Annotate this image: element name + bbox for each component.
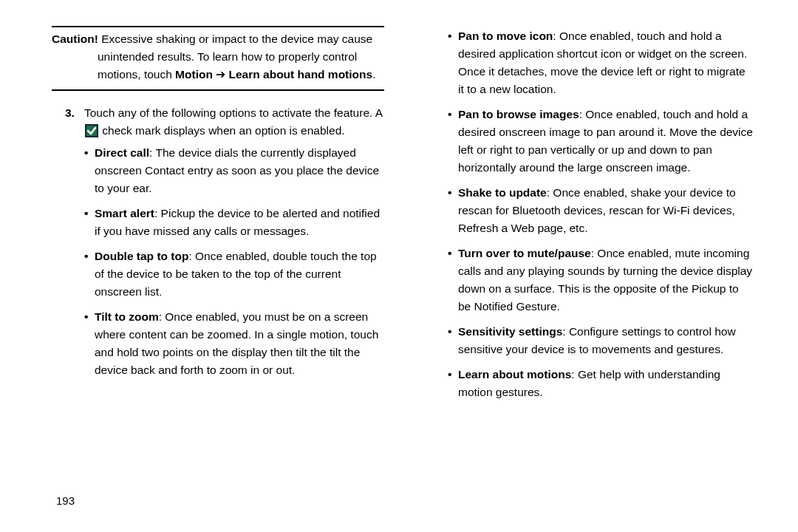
caution-bold-learn: Learn about hand motions bbox=[229, 68, 373, 81]
list-item: Pan to move icon: Once enabled, touch an… bbox=[448, 27, 754, 98]
list-item: Smart alert: Pickup the device to be ale… bbox=[84, 205, 384, 240]
list-item: Shake to update: Once enabled, shake you… bbox=[448, 184, 754, 237]
list-item: Tilt to zoom: Once enabled, you must be … bbox=[84, 308, 384, 379]
step-text: Touch any of the following options to ac… bbox=[84, 104, 384, 140]
list-item: Double tap to top: Once enabled, double … bbox=[84, 248, 384, 301]
two-column-layout: Caution! Excessive shaking or impact to … bbox=[52, 26, 754, 409]
list-item: Turn over to mute/pause: Once enabled, m… bbox=[448, 245, 754, 316]
feature-title: Smart alert bbox=[95, 207, 154, 219]
step-3: 3. Touch any of the following options to… bbox=[52, 104, 384, 140]
left-feature-list: Direct call: The device dials the curren… bbox=[52, 144, 384, 379]
page-number: 193 bbox=[56, 494, 75, 507]
manual-page: Caution! Excessive shaking or impact to … bbox=[0, 0, 798, 532]
step-number: 3. bbox=[65, 104, 84, 122]
feature-title: Pan to browse images bbox=[458, 108, 579, 120]
step-post: check mark displays when an option is en… bbox=[102, 124, 344, 137]
feature-title: Tilt to zoom bbox=[95, 310, 159, 323]
caution-box: Caution! Excessive shaking or impact to … bbox=[52, 26, 384, 91]
caution-period: . bbox=[372, 68, 375, 81]
caution-label: Caution! bbox=[52, 33, 98, 45]
feature-title: Double tap to top bbox=[95, 250, 188, 262]
feature-title: Pan to move icon bbox=[458, 30, 553, 42]
left-column: Caution! Excessive shaking or impact to … bbox=[52, 26, 384, 409]
feature-title: Direct call bbox=[95, 146, 149, 159]
step-pre: Touch any of the following options to ac… bbox=[84, 106, 382, 119]
list-item: Direct call: The device dials the curren… bbox=[84, 144, 384, 197]
feature-title: Shake to update bbox=[458, 186, 547, 199]
right-feature-list: Pan to move icon: Once enabled, touch an… bbox=[421, 27, 754, 401]
arrow-icon: ➔ bbox=[213, 68, 229, 81]
right-column: Pan to move icon: Once enabled, touch an… bbox=[421, 26, 754, 409]
list-item: Learn about motions: Get help with under… bbox=[448, 366, 754, 401]
list-item: Sensitivity settings: Configure settings… bbox=[448, 323, 754, 358]
caution-bold-motion: Motion bbox=[175, 68, 213, 81]
feature-title: Learn about motions bbox=[458, 368, 571, 381]
list-item: Pan to browse images: Once enabled, touc… bbox=[448, 106, 754, 177]
feature-title: Sensitivity settings bbox=[458, 325, 562, 338]
feature-title: Turn over to mute/pause bbox=[458, 247, 591, 259]
checkmark-icon bbox=[85, 124, 98, 137]
